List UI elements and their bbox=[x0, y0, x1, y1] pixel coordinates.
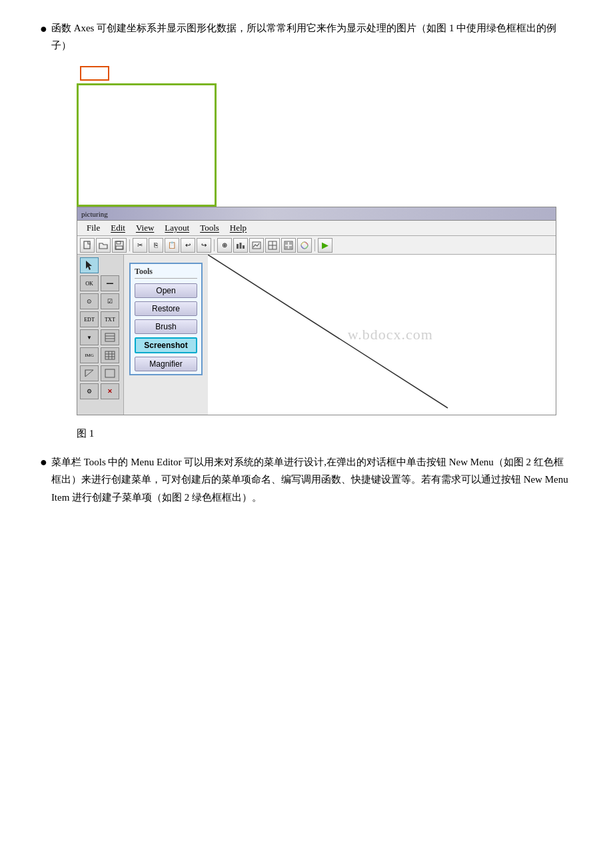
tool-arrow[interactable] bbox=[80, 257, 99, 273]
menu-file[interactable]: File bbox=[81, 222, 105, 234]
tool-check[interactable]: ☑ bbox=[101, 293, 119, 309]
tools-panel: Tools Open Restore Brush Screenshot Magn… bbox=[129, 263, 203, 375]
svg-rect-15 bbox=[289, 246, 292, 249]
tool-btn-1b[interactable]: ━━ bbox=[101, 275, 119, 291]
tool-row-6 bbox=[80, 365, 121, 381]
tool-row-4: ▼ bbox=[80, 329, 121, 345]
tool-row-3: EDT TXT bbox=[80, 311, 121, 327]
tool-row-7: ⚙ ✕ bbox=[80, 383, 121, 399]
tool-row-5: IMG bbox=[80, 347, 121, 363]
tool-row-0 bbox=[80, 257, 121, 273]
tool-grid[interactable] bbox=[101, 347, 119, 363]
tool-edit[interactable]: EDT bbox=[80, 311, 99, 327]
tb-chart2[interactable] bbox=[249, 238, 264, 253]
tb-sep-3 bbox=[314, 239, 315, 251]
svg-rect-4 bbox=[237, 244, 239, 249]
window-toolbar: ✂ ⎘ 📋 ↩ ↪ ⊕ ▶ bbox=[77, 236, 556, 255]
svg-rect-12 bbox=[285, 242, 288, 245]
svg-rect-18 bbox=[105, 333, 115, 341]
paragraph-2-text: 菜单栏 Tools 中的 Menu Editor 可以用来对系统的菜单进行设计,… bbox=[51, 453, 573, 506]
tb-grid1[interactable] bbox=[265, 238, 280, 253]
tool-row-1: OK ━━ bbox=[80, 275, 121, 291]
canvas-svg bbox=[208, 255, 556, 415]
tb-open[interactable] bbox=[96, 238, 111, 253]
window-titlebar: picturing bbox=[77, 207, 556, 221]
svg-rect-21 bbox=[105, 351, 115, 359]
tool-btn-1a[interactable]: OK bbox=[80, 275, 99, 291]
tool-listbox[interactable] bbox=[101, 329, 119, 345]
svg-rect-14 bbox=[285, 246, 288, 249]
tb-new[interactable] bbox=[80, 238, 95, 253]
window-menubar: File Edit View Layout Tools Help bbox=[77, 221, 556, 236]
figure-1-caption: 图 1 bbox=[77, 427, 573, 440]
tb-redo[interactable]: ↪ bbox=[197, 238, 211, 253]
paragraph-1-text: 函数 Axes 可创建坐标系并显示图形化数据，所以常常利用它来作为显示处理的图片… bbox=[51, 20, 573, 54]
tb-paste[interactable]: 📋 bbox=[165, 238, 179, 253]
tool-text[interactable]: TXT bbox=[101, 311, 119, 327]
tool-axes[interactable] bbox=[80, 365, 99, 381]
tools-panel-title: Tools bbox=[135, 267, 197, 279]
axes-box bbox=[77, 83, 217, 207]
tb-sep-1 bbox=[129, 239, 130, 251]
tb-play[interactable]: ▶ bbox=[318, 238, 332, 253]
tool-close-x[interactable]: ✕ bbox=[101, 383, 119, 399]
tools-restore-btn[interactable]: Restore bbox=[135, 301, 197, 316]
tb-sep-2 bbox=[214, 239, 215, 251]
menu-view[interactable]: View bbox=[131, 222, 159, 234]
svg-rect-6 bbox=[243, 245, 245, 249]
tb-undo[interactable]: ↩ bbox=[181, 238, 195, 253]
bullet-1: ● bbox=[40, 20, 47, 38]
tools-screenshot-btn[interactable]: Screenshot bbox=[135, 337, 197, 353]
menu-help[interactable]: Help bbox=[225, 222, 252, 234]
tb-insert[interactable]: ⊕ bbox=[217, 238, 232, 253]
tb-save[interactable] bbox=[112, 238, 127, 253]
tb-chart1[interactable] bbox=[233, 238, 248, 253]
svg-rect-0 bbox=[84, 241, 90, 249]
tool-panel[interactable] bbox=[101, 365, 119, 381]
svg-rect-3 bbox=[116, 246, 123, 249]
tb-cut[interactable]: ✂ bbox=[133, 238, 147, 253]
tool-gear[interactable]: ⚙ bbox=[80, 383, 99, 399]
svg-line-27 bbox=[208, 255, 448, 408]
svg-rect-5 bbox=[240, 243, 242, 249]
tools-open-btn[interactable]: Open bbox=[135, 283, 197, 298]
tool-radio[interactable]: ⊙ bbox=[80, 293, 99, 309]
tools-brush-btn[interactable]: Brush bbox=[135, 319, 197, 334]
svg-rect-13 bbox=[289, 242, 292, 245]
bullet-2: ● bbox=[40, 453, 47, 471]
tb-preview[interactable] bbox=[281, 238, 296, 253]
tools-magnifier-btn[interactable]: Magnifier bbox=[135, 357, 197, 371]
svg-rect-26 bbox=[105, 369, 115, 377]
tb-color[interactable] bbox=[297, 238, 312, 253]
paragraph-2: ● 菜单栏 Tools 中的 Menu Editor 可以用来对系统的菜单进行设… bbox=[40, 453, 573, 506]
svg-rect-2 bbox=[117, 241, 121, 244]
tool-img[interactable]: IMG bbox=[80, 347, 99, 363]
left-toolbox: OK ━━ ⊙ ☑ EDT TXT ▼ IMG bbox=[77, 255, 124, 415]
svg-marker-17 bbox=[86, 261, 92, 270]
menu-layout[interactable]: Layout bbox=[159, 222, 195, 234]
window-body: OK ━━ ⊙ ☑ EDT TXT ▼ IMG bbox=[77, 255, 556, 415]
screenshot-window: picturing File Edit View Layout Tools He… bbox=[77, 207, 556, 415]
titlebar-text: picturing bbox=[81, 210, 108, 218]
tool-combo[interactable]: ▼ bbox=[80, 329, 99, 345]
orange-indicator bbox=[80, 66, 109, 81]
menu-tools[interactable]: Tools bbox=[195, 222, 225, 234]
menu-edit[interactable]: Edit bbox=[105, 222, 131, 234]
paragraph-1: ● 函数 Axes 可创建坐标系并显示图形化数据，所以常常利用它来作为显示处理的… bbox=[40, 20, 573, 54]
main-canvas: w.bdocx.com bbox=[208, 255, 556, 415]
tool-row-2: ⊙ ☑ bbox=[80, 293, 121, 309]
tb-copy[interactable]: ⎘ bbox=[149, 238, 163, 253]
